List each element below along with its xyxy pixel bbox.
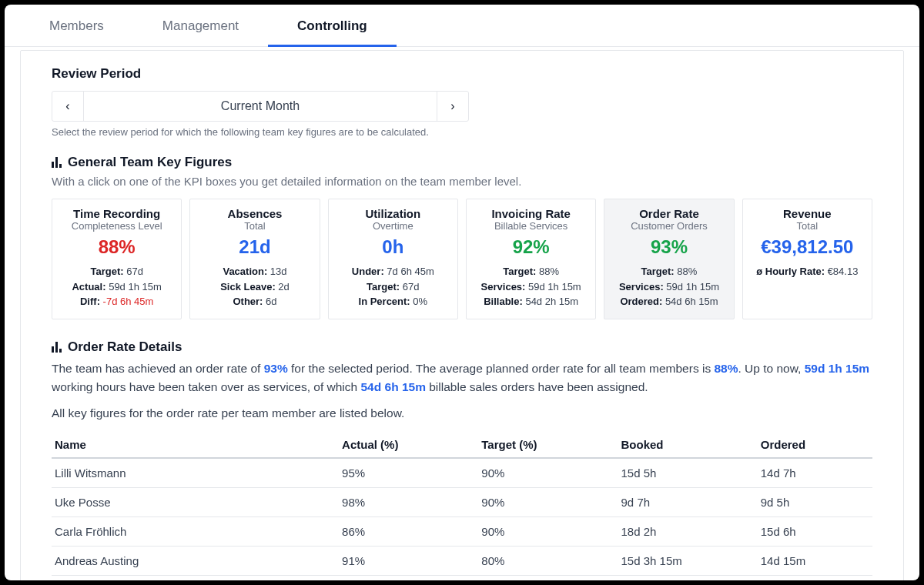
table-row: Andreas Austing91%80%15d 3h 15m14d 15m xyxy=(52,546,872,575)
table-row: Lilli Witsmann95%90%15d 5h14d 7h xyxy=(52,458,872,488)
kpi-value: 88% xyxy=(62,236,172,258)
details-hl-hours: 59d 1h 15m xyxy=(805,362,869,375)
app-window: Members Management Controlling Review Pe… xyxy=(5,5,919,580)
details-p1b: for the selected period. The average pla… xyxy=(288,362,715,375)
kpi-line: Services: 59d 1h 15m xyxy=(614,279,724,295)
chevron-left-icon: ‹ xyxy=(65,99,69,113)
kpi-line: Vacation: 13d xyxy=(199,264,310,279)
content-panel: Review Period ‹ Current Month › Select t… xyxy=(20,50,904,580)
general-section-title: General Team Key Figures xyxy=(52,155,872,170)
table-cell: 14d 15m xyxy=(758,546,872,575)
details-table: NameActual (%)Target (%)BookedOrdered Li… xyxy=(52,430,872,576)
table-cell: 90% xyxy=(478,458,618,488)
col-ordered: Ordered xyxy=(758,430,872,458)
table-cell: 95% xyxy=(339,458,478,488)
chevron-right-icon: › xyxy=(450,99,454,113)
table-cell: Andreas Austing xyxy=(52,546,339,575)
bar-chart-icon xyxy=(52,157,62,168)
kpi-line: Diff: -7d 6h 45m xyxy=(62,294,172,309)
kpi-line: Billable: 54d 2h 15m xyxy=(476,294,586,309)
kpi-line: Sick Leave: 2d xyxy=(199,279,310,295)
kpi-subtitle: Total xyxy=(199,220,310,232)
table-cell: 98% xyxy=(339,487,478,516)
period-picker: ‹ Current Month › xyxy=(52,91,469,122)
kpi-line: Other: 6d xyxy=(199,294,310,309)
details-paragraph-2: All key figures for the order rate per t… xyxy=(52,404,872,423)
kpi-line: In Percent: 0% xyxy=(338,294,448,309)
table-cell: Lilli Witsmann xyxy=(52,458,339,488)
general-title-text: General Team Key Figures xyxy=(68,155,232,170)
col-target-: Target (%) xyxy=(478,430,618,458)
bar-chart-icon xyxy=(52,342,62,353)
kpi-card-utilization[interactable]: UtilizationOvertime0hUnder: 7d 6h 45mTar… xyxy=(328,199,458,319)
kpi-line: Under: 7d 6h 45m xyxy=(338,264,448,279)
period-prev-button[interactable]: ‹ xyxy=(52,92,83,121)
kpi-value: 92% xyxy=(476,236,586,258)
tab-management[interactable]: Management xyxy=(133,5,268,46)
kpi-title: Utilization xyxy=(338,207,448,220)
kpi-value: €39,812.50 xyxy=(752,236,862,258)
table-cell: 14d 7h xyxy=(758,458,872,488)
kpi-line: Actual: 59d 1h 15m xyxy=(62,279,172,295)
kpi-subtitle: Total xyxy=(752,220,862,232)
table-cell: 80% xyxy=(478,546,618,575)
period-next-button[interactable]: › xyxy=(437,92,468,121)
details-section-title: Order Rate Details xyxy=(52,339,872,355)
table-row: Uke Posse98%90%9d 7h9d 5h xyxy=(52,487,872,516)
col-booked: Booked xyxy=(618,430,758,458)
kpi-card-invoicing-rate[interactable]: Invoicing RateBillable Services92%Target… xyxy=(466,199,596,319)
general-section-desc: With a click on one of the KPI boxes you… xyxy=(52,175,872,188)
col-actual-: Actual (%) xyxy=(339,430,478,458)
details-paragraph-1: The team has achieved an order rate of 9… xyxy=(52,359,872,396)
table-cell: Carla Fröhlich xyxy=(52,516,339,546)
table-cell: 91% xyxy=(339,546,478,575)
details-title-text: Order Rate Details xyxy=(68,339,182,355)
table-cell: 90% xyxy=(478,487,618,516)
kpi-subtitle: Overtime xyxy=(338,220,448,232)
kpi-card-revenue[interactable]: RevenueTotal€39,812.50ø Hourly Rate: €84… xyxy=(742,199,872,319)
tab-controlling[interactable]: Controlling xyxy=(268,5,397,46)
details-hl-ordered: 54d 6h 15m xyxy=(361,380,426,393)
table-cell: 15d 6h xyxy=(758,516,872,546)
table-cell: 9d 5h xyxy=(758,487,872,516)
kpi-line: Target: 67d xyxy=(338,279,448,295)
table-cell: 15d 5h xyxy=(618,458,758,488)
table-cell: 15d 3h 15m xyxy=(618,546,758,575)
kpi-title: Absences xyxy=(199,207,310,220)
kpi-value: 21d xyxy=(199,236,310,258)
kpi-card-order-rate[interactable]: Order RateCustomer Orders93%Target: 88%S… xyxy=(604,199,734,319)
table-cell: 18d 2h xyxy=(618,516,758,546)
kpi-line: Target: 67d xyxy=(62,264,172,279)
table-cell: 86% xyxy=(339,516,478,546)
kpi-subtitle: Completeness Level xyxy=(62,220,172,232)
kpi-title: Order Rate xyxy=(614,207,724,220)
tab-bar: Members Management Controlling xyxy=(5,5,919,47)
kpi-value: 0h xyxy=(338,236,448,258)
details-p1a: The team has achieved an order rate of xyxy=(52,362,264,375)
kpi-title: Revenue xyxy=(752,207,862,220)
review-period-title: Review Period xyxy=(52,66,872,82)
kpi-value: 93% xyxy=(614,236,724,258)
details-p1d: working hours have been taken over as se… xyxy=(52,380,361,393)
kpi-line: Ordered: 54d 6h 15m xyxy=(614,294,724,309)
table-cell: Uke Posse xyxy=(52,487,339,516)
details-hl-target: 88% xyxy=(714,362,738,375)
table-cell: 9d 7h xyxy=(618,487,758,516)
tab-members[interactable]: Members xyxy=(20,5,133,46)
kpi-subtitle: Billable Services xyxy=(476,220,586,232)
kpi-card-absences[interactable]: AbsencesTotal21dVacation: 13dSick Leave:… xyxy=(189,199,320,319)
kpi-line: Target: 88% xyxy=(614,264,724,279)
kpi-title: Invoicing Rate xyxy=(476,207,586,220)
table-row: Carla Fröhlich86%90%18d 2h15d 6h xyxy=(52,516,872,546)
table-cell: 90% xyxy=(478,516,618,546)
kpi-title: Time Recording xyxy=(62,207,172,220)
kpi-card-time-recording[interactable]: Time RecordingCompleteness Level88%Targe… xyxy=(52,199,182,319)
details-p1c: . Up to now, xyxy=(738,362,804,375)
details-p1e: billable sales orders have been assigned… xyxy=(426,380,648,393)
period-help-text: Select the review period for which the f… xyxy=(52,126,872,138)
kpi-line: ø Hourly Rate: €84.13 xyxy=(752,264,862,279)
period-label[interactable]: Current Month xyxy=(83,92,437,121)
kpi-subtitle: Customer Orders xyxy=(614,220,724,232)
kpi-row: Time RecordingCompleteness Level88%Targe… xyxy=(52,199,872,319)
col-name: Name xyxy=(52,430,339,458)
